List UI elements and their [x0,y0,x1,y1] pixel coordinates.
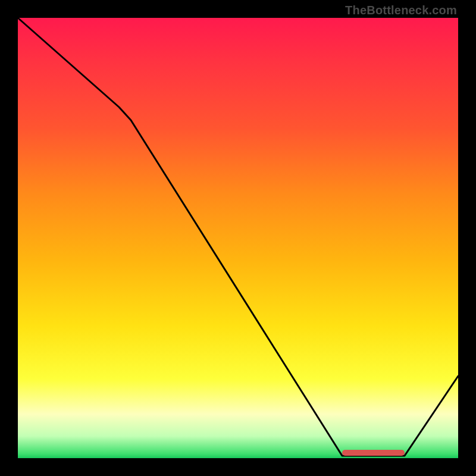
attribution-label: TheBottleneck.com [345,4,457,17]
curve-path [18,18,458,456]
chart-frame: TheBottleneck.com [0,0,476,476]
line-curve [18,18,458,458]
highlight-marker [342,450,405,456]
plot-area [18,18,458,458]
